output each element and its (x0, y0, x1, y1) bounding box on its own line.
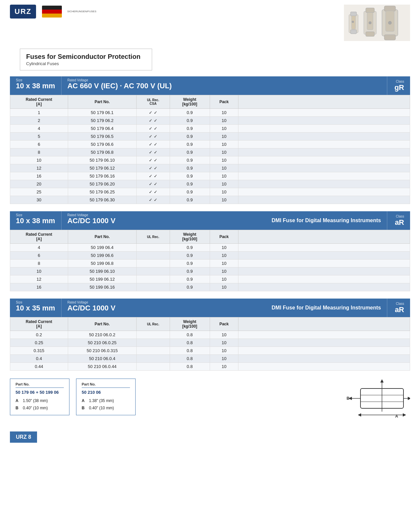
cell-extra (238, 172, 410, 180)
svg-rect-7 (366, 32, 374, 36)
table-row: 850 179 06.8✓ ✓0.910 (10, 148, 410, 156)
cell-current: 8 (10, 260, 68, 267)
cell-ul: ✓ ✓ (137, 148, 170, 156)
cell-current: 4 (10, 244, 68, 252)
cell-partno: 50 179 06.10 (68, 156, 137, 164)
cell-extra (238, 109, 410, 117)
cell-current: 12 (10, 164, 68, 172)
cell-weight: 0.9 (170, 156, 210, 164)
cell-current: 2 (10, 117, 68, 125)
cell-pack: 10 (210, 363, 238, 371)
section1-voltage-label: Rated Voltage (67, 78, 381, 82)
cell-ul (137, 244, 170, 252)
cell-weight: 0.9 (170, 125, 210, 133)
info-box-1: Part No. 50 179 06 + 50 199 06 A1.50" (3… (10, 379, 69, 415)
cell-current: 5 (10, 133, 68, 141)
cell-pack: 10 (210, 180, 238, 188)
cell-ul (137, 347, 170, 355)
cell-weight: 0.9 (170, 180, 210, 188)
table-row: 650 179 06.6✓ ✓0.910 (10, 141, 410, 148)
svg-marker-24 (408, 397, 410, 400)
cell-extra (238, 196, 410, 204)
cell-ul: ✓ ✓ (137, 164, 170, 172)
cell-extra (238, 363, 410, 371)
cell-partno: 50 199 06.4 (68, 244, 137, 252)
cell-extra (238, 117, 410, 125)
cell-extra (238, 331, 410, 339)
table-row: 1650 179 06.16✓ ✓0.910 (10, 172, 410, 180)
fuse-diagram: B A (344, 379, 410, 422)
section1-table: Rated Current[A] Part No. UL Rec.CSA Wei… (10, 95, 410, 204)
s2-col-partno: Part No. (68, 230, 137, 244)
cell-pack: 10 (210, 188, 238, 196)
cell-weight: 0.9 (170, 148, 210, 156)
cell-pack: 10 (210, 347, 238, 355)
dim2-a-value: 1.38" (35 mm) (89, 397, 114, 405)
s2-col-extra (238, 230, 410, 244)
cell-current: 10 (10, 156, 68, 164)
cell-pack: 10 (210, 355, 238, 363)
cell-partno: 50 210 06.0.315 (68, 347, 137, 355)
info-box-1-dims: A1.50" (38 mm) B0.40" (10 mm) (16, 397, 64, 412)
cell-current: 16 (10, 172, 68, 180)
table-row: 1250 199 06.120.910 (10, 275, 410, 283)
cell-extra (238, 347, 410, 355)
cell-extra (238, 188, 410, 196)
cell-partno: 50 199 06.16 (68, 283, 137, 291)
dim-a-value: 1.50" (38 mm) (23, 397, 48, 405)
cell-pack: 10 (210, 339, 238, 347)
section3-class-label: Class (396, 302, 404, 305)
dim2-a-label: A (82, 397, 86, 405)
info-box-1-partno: 50 179 06 + 50 199 06 (16, 390, 64, 395)
cell-extra (238, 275, 410, 283)
info-box-2-dims: A1.38" (35 mm) B0.40" (10 mm) (82, 397, 130, 412)
cell-partno: 50 179 06.8 (68, 148, 137, 156)
table-row: 0.250 210 06.0.20.810 (10, 331, 410, 339)
table-row: 150 179 06.1✓ ✓0.910 (10, 109, 410, 117)
cell-current: 6 (10, 141, 68, 148)
cell-pack: 10 (210, 109, 238, 117)
col-header-current: Rated Current[A] (10, 95, 68, 109)
col-header-ul-csa: UL Rec.CSA (137, 95, 170, 109)
s3-col-partno: Part No. (68, 317, 137, 331)
info-box-2-title: Part No. (82, 382, 130, 388)
page-title-main: Fuses for Semiconductor Protection (26, 53, 146, 61)
title-block: Fuses for Semiconductor Protection Cylin… (20, 49, 152, 70)
col-header-pack: Pack (210, 95, 238, 109)
cell-weight: 0.9 (170, 244, 210, 252)
cell-pack: 10 (210, 196, 238, 204)
section1-size-value: 10 x 38 mm (16, 82, 55, 90)
info-boxes-area: Part No. 50 179 06 + 50 199 06 A1.50" (3… (10, 379, 410, 422)
cell-weight: 0.9 (170, 196, 210, 204)
logo-urz: URZ (10, 5, 36, 19)
cell-pack: 10 (210, 260, 238, 267)
cell-ul: ✓ ✓ (137, 109, 170, 117)
table-row: 1650 199 06.160.910 (10, 283, 410, 291)
cell-ul (137, 331, 170, 339)
s3-col-current: Rated Current[A] (10, 317, 68, 331)
section2-desc: DMI Fuse for Digital Measuring Instrumen… (266, 211, 387, 230)
table-row: 450 199 06.40.910 (10, 244, 410, 252)
svg-point-15 (388, 21, 392, 24)
cell-weight: 0.8 (170, 355, 210, 363)
cell-current: 30 (10, 196, 68, 204)
cell-extra (238, 148, 410, 156)
cell-current: 0.4 (10, 355, 68, 363)
info-box-2: Part No. 50 210 06 A1.38" (35 mm) B0.40"… (76, 379, 136, 415)
cell-weight: 0.9 (170, 141, 210, 148)
col-header-partno: Part No. (68, 95, 137, 109)
cell-ul (137, 260, 170, 267)
cell-extra (238, 180, 410, 188)
section2-size-label: Size (16, 213, 55, 217)
dim-b-value: 0.40" (10 mm) (23, 405, 48, 412)
section2-size-value: 10 x 38 mm (16, 217, 55, 225)
table-row: 1050 199 06.100.910 (10, 267, 410, 275)
cell-extra (238, 355, 410, 363)
table-row: 0.31550 210 06.0.3150.810 (10, 347, 410, 355)
cell-ul: ✓ ✓ (137, 156, 170, 164)
cell-partno: 50 179 06.1 (68, 109, 137, 117)
cell-partno: 50 179 06.6 (68, 141, 137, 148)
section3-class-value: aR (395, 305, 404, 314)
section2-class-label: Class (396, 215, 404, 218)
col-header-weight: Weight[kg/100] (170, 95, 210, 109)
